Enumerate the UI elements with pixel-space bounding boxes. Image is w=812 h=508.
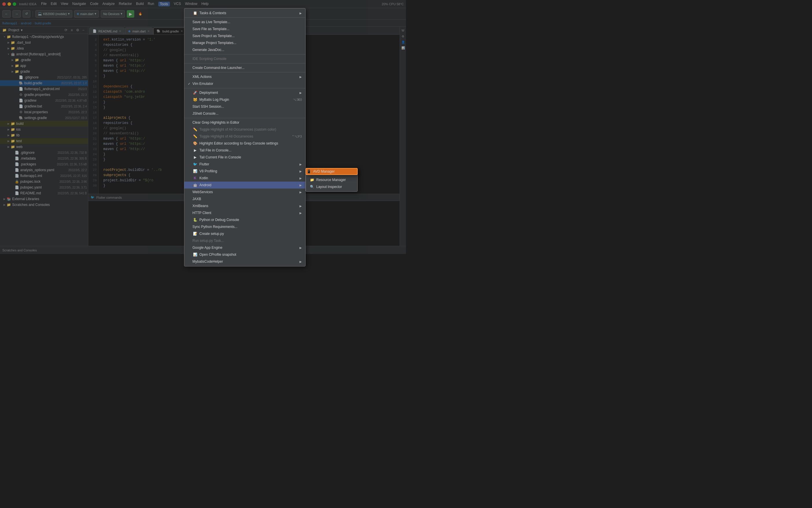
menu-item-save-project[interactable]: Save Project as Template...	[184, 33, 305, 39]
android-menu-icon: 🤖	[192, 182, 198, 188]
menu-item-label: Open CProfile snapshot	[199, 253, 302, 254]
separator-5	[184, 88, 305, 88]
menu-item-xmlbeans[interactable]: XmlBeans ▶	[184, 203, 305, 209]
menu-item-cmdline[interactable]: Create Command-line Launcher...	[184, 64, 305, 71]
submenu-arrow-icon-8: ▶	[299, 190, 302, 194]
menu-item-run-setup: Run setup.py Task...	[184, 237, 305, 244]
menu-item-label: Toggle Highlight of All Occurrences (cus…	[199, 127, 302, 131]
menu-item-label: JShell Console...	[192, 112, 302, 116]
menu-item-label: Resource Manager	[316, 178, 354, 182]
menu-item-v8[interactable]: 📊 V8 Profiling ▶	[184, 168, 305, 175]
menu-item-http[interactable]: HTTP Client ▶	[184, 209, 305, 216]
menu-item-jaxb[interactable]: JAXB	[184, 196, 305, 203]
menu-item-label: Save Project as Template...	[192, 34, 302, 38]
menu-item-grep[interactable]: Clear Grep Highlights in Editor	[184, 119, 305, 126]
menu-item-resource-manager[interactable]: 📁 Resource Manager	[306, 176, 357, 183]
menu-item-python-console[interactable]: 🐍 Python or Debug Console	[184, 216, 305, 223]
menu-item-label: IDE Scripting Console	[192, 57, 302, 61]
menu-item-google-app[interactable]: Google App Engine ▶	[184, 244, 305, 251]
menu-item-toggle-all: ✏️ Toggle Highlight of All Occurrences ⌃…	[184, 133, 305, 140]
menu-item-generate-javadoc[interactable]: Generate JavaDoc...	[184, 46, 305, 53]
v8-icon: 📊	[192, 169, 198, 174]
submenu-arrow-icon: ▶	[299, 11, 302, 15]
menu-item-deployment[interactable]: 🚀 Deployment ▶	[184, 89, 305, 96]
menu-item-label: Create Command-line Launcher...	[192, 66, 302, 70]
menu-item-sync-python[interactable]: Sync Python Requirements...	[184, 223, 305, 230]
menu-item-highlight-grep[interactable]: 🎨 Highlight Editor according to Grep Con…	[184, 140, 305, 147]
menu-item-flutter[interactable]: 🐦 Flutter ▶	[184, 161, 305, 168]
menu-item-label: Generate JavaDoc...	[192, 48, 302, 52]
menu-item-create-setup[interactable]: 📝 Create setup.py	[184, 230, 305, 237]
menu-item-label: Google App Engine	[192, 246, 299, 250]
menu-item-label: Run setup.py Task...	[192, 239, 302, 243]
menu-item-android[interactable]: 🤖 Android ▶	[184, 181, 305, 188]
menu-item-tail-current[interactable]: ▶ Tail Current File in Console	[184, 154, 305, 161]
menu-item-label: MyBatis Log Plugin	[199, 98, 287, 102]
submenu-arrow-icon-6: ▶	[299, 177, 302, 180]
edit-icon: ✏️	[192, 127, 198, 132]
flutter-menu-icon: 🐦	[192, 162, 198, 167]
menu-item-manage-templates[interactable]: Manage Project Templates...	[184, 39, 305, 46]
menu-item-avd-manager[interactable]: 📱 AVD Manager	[305, 168, 358, 175]
menu-item-kotlin[interactable]: K Kotlin ▶	[184, 175, 305, 181]
submenu-arrow-icon-10: ▶	[299, 211, 302, 215]
submenu-arrow-icon-11: ▶	[299, 246, 302, 249]
menu-item-ide-scripting: IDE Scripting Console	[184, 55, 305, 62]
menu-item-save-live[interactable]: Save as Live Template...	[184, 18, 305, 26]
menu-item-label: V8 Profiling	[199, 169, 299, 173]
menu-item-tail-file[interactable]: ▶ Tail File in Console...	[184, 147, 305, 154]
shortcut-label-2: ⌃⌥F3	[292, 135, 302, 138]
menu-item-label: Tasks & Contexts	[199, 11, 299, 15]
kotlin-icon: K	[192, 175, 198, 181]
submenu-arrow-icon-7: ▶	[299, 184, 302, 187]
menu-item-label: Android	[199, 183, 299, 187]
menu-item-label: Tail Current File in Console	[199, 155, 302, 159]
separator-4	[184, 72, 305, 73]
submenu-arrow-icon-2: ▶	[299, 75, 302, 79]
deployment-icon: 🚀	[192, 90, 198, 95]
menu-item-vim[interactable]: ✓ Vim Emulator	[184, 80, 305, 87]
setup-icon: 📝	[192, 231, 198, 236]
paint-icon: 🎨	[192, 141, 198, 146]
menu-item-label: Create setup.py	[199, 232, 302, 236]
menu-item-label: HTTP Client	[192, 211, 299, 215]
separator-3	[184, 63, 305, 64]
menu-item-label: Flutter	[199, 162, 299, 166]
submenu-arrow-icon-5: ▶	[299, 170, 302, 173]
menu-item-label: Save as Live Template...	[192, 20, 302, 24]
menu-item-label: Vim Emulator	[192, 82, 302, 86]
python-icon: 🐍	[192, 217, 198, 222]
resource-icon: 📁	[309, 177, 315, 182]
menu-item-label: Clear Grep Highlights in Editor	[192, 121, 302, 125]
avd-icon: 📱	[306, 169, 312, 174]
menu-item-label: Highlight Editor according to Grep Conso…	[199, 141, 302, 145]
layout-icon: 🔍	[309, 184, 315, 189]
menu-item-label: XML Actions	[192, 75, 299, 79]
menu-item-label: Save File as Template...	[192, 27, 302, 31]
cprofile-icon: 📊	[192, 252, 198, 254]
menu-item-label: Sync Python Requirements...	[192, 225, 302, 229]
menu-item-label: XmlBeans	[192, 204, 299, 208]
menu-item-label: Start SSH Session...	[192, 104, 302, 109]
menu-item-open-cprofile[interactable]: 📊 Open CProfile snapshot	[184, 251, 305, 254]
menu-item-jshell[interactable]: JShell Console...	[184, 110, 305, 117]
submenu-arrow-icon-3: ▶	[299, 91, 302, 94]
menu-item-ssh[interactable]: Start SSH Session...	[184, 103, 305, 110]
menu-item-save-file[interactable]: Save File as Template...	[184, 26, 305, 33]
menu-item-label: Layout Inspector	[316, 185, 354, 189]
submenu-arrow-icon-9: ▶	[299, 205, 302, 208]
menu-item-mybatis[interactable]: 🐱 MyBatis Log Plugin ⌥⌘0	[184, 96, 305, 103]
mybatis-icon: 🐱	[192, 97, 198, 102]
menu-item-label: Toggle Highlight of All Occurrences	[199, 134, 286, 138]
menu-item-xml-actions[interactable]: XML Actions ▶	[184, 73, 305, 80]
menu-item-layout-inspector[interactable]: 🔍 Layout Inspector	[306, 183, 357, 190]
menu-item-webservices[interactable]: WebServices ▶	[184, 188, 305, 196]
android-submenu: 📱 AVD Manager 📦 SDK Manager 📁 Resource M…	[305, 168, 358, 192]
menu-item-label: AVD Manager	[313, 169, 357, 173]
tasks-icon: 📋	[192, 10, 198, 16]
separator-2	[184, 54, 305, 54]
separator	[184, 17, 305, 18]
shortcut-label: ⌥⌘0	[293, 98, 302, 102]
menu-item-tasks[interactable]: 📋 Tasks & Contexts ▶	[184, 9, 305, 16]
menu-item-toggle-custom: ✏️ Toggle Highlight of All Occurrences (…	[184, 126, 305, 133]
